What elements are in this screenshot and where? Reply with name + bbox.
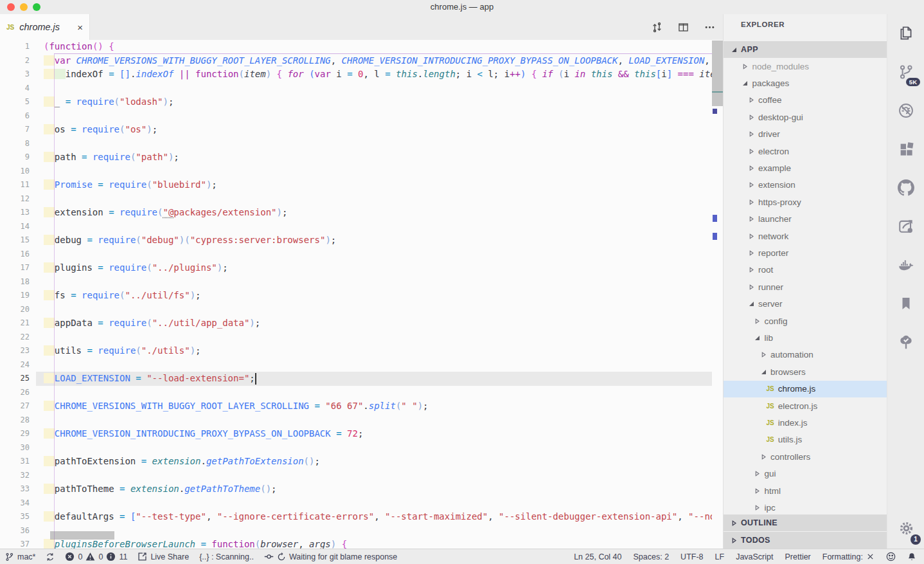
tree-item-network[interactable]: network: [724, 228, 887, 244]
code-line[interactable]: 16: [0, 248, 712, 262]
code-line[interactable]: 11 Promise = require("bluebird");: [0, 178, 712, 192]
code-line[interactable]: 26: [0, 386, 712, 400]
editor[interactable]: 1(function() {2 var CHROME_VERSIONS_WITH…: [0, 40, 723, 549]
tree-item-utils-js[interactable]: JSutils.js: [724, 432, 887, 448]
tree-item-launcher[interactable]: launcher: [724, 211, 887, 228]
status-encoding[interactable]: UTF-8: [680, 552, 703, 561]
tree-item-runner[interactable]: runner: [724, 278, 887, 295]
status-live-share[interactable]: Live Share: [138, 552, 189, 561]
code-line[interactable]: 8: [0, 137, 712, 151]
chevron-collapsed-icon[interactable]: [748, 131, 754, 137]
tree-item-electron[interactable]: electron: [724, 143, 887, 159]
chevron-collapsed-icon[interactable]: [748, 182, 754, 188]
chevron-collapsed-icon[interactable]: [731, 520, 737, 526]
activity-bookmarks[interactable]: [887, 284, 924, 323]
chevron-collapsed-icon[interactable]: [760, 454, 767, 460]
chevron-collapsed-icon[interactable]: [754, 488, 761, 494]
code-line[interactable]: 34: [0, 496, 712, 511]
code-line[interactable]: 29 CHROME_VERSION_INTRODUCING_PROXY_BYPA…: [0, 427, 712, 441]
chevron-expanded-icon[interactable]: [760, 369, 767, 375]
chevron-collapsed-icon[interactable]: [748, 97, 754, 103]
chevron-expanded-icon[interactable]: [754, 335, 761, 341]
split-editor-button[interactable]: [678, 22, 689, 33]
tree-item-browsers[interactable]: browsers: [724, 363, 887, 380]
tree-item-gui[interactable]: gui: [724, 466, 887, 482]
chevron-collapsed-icon[interactable]: [760, 352, 767, 358]
activity-test-explorer[interactable]: [887, 323, 924, 361]
code-line[interactable]: 9 path = require("path");: [0, 150, 712, 165]
status-notifications[interactable]: [907, 552, 916, 561]
activity-explorer[interactable]: [887, 14, 924, 53]
chevron-collapsed-icon[interactable]: [748, 165, 754, 171]
tree-item-lib[interactable]: lib: [724, 329, 887, 346]
tree-item-coffee[interactable]: coffee: [724, 92, 887, 109]
tree-item-reporter[interactable]: reporter: [724, 244, 887, 261]
activity-github[interactable]: [887, 168, 924, 207]
chevron-collapsed-icon[interactable]: [748, 267, 754, 273]
chevron-collapsed-icon[interactable]: [754, 505, 761, 511]
chevron-collapsed-icon[interactable]: [731, 538, 737, 543]
tree-item-controllers[interactable]: controllers: [724, 448, 887, 465]
chevron-collapsed-icon[interactable]: [748, 216, 754, 222]
code-line[interactable]: 19 fs = require("../util/fs");: [0, 289, 712, 303]
code-line[interactable]: 35 defaultArgs = ["--test-type", "--igno…: [0, 510, 712, 524]
tree-item-root[interactable]: root: [724, 262, 887, 278]
code-line[interactable]: 33 pathToTheme = extension.getPathToThem…: [0, 482, 712, 496]
tab-chrome-js[interactable]: JS chrome.js ×: [0, 14, 90, 40]
activity-source-control[interactable]: 5K: [887, 53, 924, 91]
status-formatting-toggle[interactable]: Formatting:: [822, 552, 875, 561]
code-line[interactable]: 4: [0, 82, 712, 96]
code-line[interactable]: 31 pathToExtension = extension.getPathTo…: [0, 455, 712, 469]
code-line[interactable]: 18: [0, 275, 712, 289]
status-cursor-position[interactable]: Ln 25, Col 40: [574, 552, 621, 561]
tree-item-chrome-js[interactable]: JSchrome.js: [724, 381, 887, 397]
code-line[interactable]: 10: [0, 165, 712, 179]
code-line[interactable]: 1(function() {: [0, 40, 712, 54]
code-line[interactable]: 30: [0, 441, 712, 455]
activity-debug-disabled[interactable]: [887, 91, 924, 130]
more-actions-button[interactable]: [704, 22, 715, 33]
code-line[interactable]: 32: [0, 469, 712, 483]
tree-item-automation[interactable]: automation: [724, 347, 887, 363]
status-git-blame[interactable]: Waiting for git blame response: [264, 552, 397, 561]
tree-item-packages[interactable]: packages: [724, 75, 887, 91]
status-indentation[interactable]: Spaces: 2: [634, 552, 670, 561]
chevron-collapsed-icon[interactable]: [748, 284, 754, 290]
activity-settings[interactable]: 1: [887, 509, 924, 547]
code-line[interactable]: 14: [0, 220, 712, 234]
code-line[interactable]: 23 utils = require("./utils");: [0, 344, 712, 358]
chevron-collapsed-icon[interactable]: [748, 250, 754, 256]
status-sync[interactable]: [46, 552, 55, 561]
section-todos[interactable]: TODOS: [724, 532, 887, 549]
tree-item-extension[interactable]: extension: [724, 177, 887, 194]
tree-item-node-modules[interactable]: node_modules: [724, 58, 887, 75]
chevron-expanded-icon[interactable]: [748, 301, 754, 307]
tree-item-example[interactable]: example: [724, 159, 887, 176]
code-line[interactable]: 15 debug = require("debug")("cypress:ser…: [0, 233, 712, 248]
section-outline[interactable]: OUTLINE: [724, 514, 887, 531]
chevron-collapsed-icon[interactable]: [754, 318, 761, 324]
code-line[interactable]: 2 var CHROME_VERSIONS_WITH_BUGGY_ROOT_LA…: [0, 54, 712, 68]
code-line[interactable]: 5 _ = require("lodash");: [0, 95, 712, 109]
status-git-branch[interactable]: mac*: [5, 552, 35, 561]
open-changes-button[interactable]: [652, 22, 662, 33]
status-scanning[interactable]: {..} : Scanning..: [199, 552, 254, 561]
chevron-expanded-icon[interactable]: [742, 80, 749, 86]
code-line[interactable]: 22: [0, 331, 712, 345]
activity-extensions[interactable]: [887, 130, 924, 168]
code-line[interactable]: 24: [0, 358, 712, 372]
tab-close-icon[interactable]: ×: [77, 22, 83, 33]
chevron-collapsed-icon[interactable]: [742, 64, 749, 69]
code-line[interactable]: 20: [0, 303, 712, 317]
status-language-mode[interactable]: JavaScript: [736, 552, 773, 561]
code-line[interactable]: 27 CHROME_VERSIONS_WITH_BUGGY_ROOT_LAYER…: [0, 399, 712, 414]
activity-gitlens[interactable]: [887, 207, 924, 246]
tree-item-html[interactable]: html: [724, 482, 887, 499]
code-line[interactable]: 25 LOAD_EXTENSION = "--load-extension=";: [0, 372, 712, 386]
chevron-collapsed-icon[interactable]: [748, 233, 754, 239]
tree-item-config[interactable]: config: [724, 313, 887, 329]
tree-root-app[interactable]: APP: [724, 41, 887, 58]
tree-item-electron-js[interactable]: JSelectron.js: [724, 397, 887, 414]
vertical-scrollbar-thumb[interactable]: [712, 41, 723, 106]
code-line[interactable]: 7 os = require("os");: [0, 123, 712, 137]
